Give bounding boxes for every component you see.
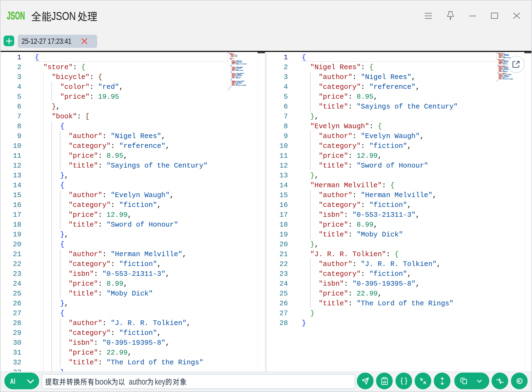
svg-text:author: author xyxy=(129,377,148,386)
svg-text:key: key xyxy=(155,377,165,387)
svg-text:25-12-27 17:23:41: 25-12-27 17:23:41 xyxy=(22,37,71,45)
svg-text:JSON: JSON xyxy=(51,10,76,22)
svg-text:book: book xyxy=(95,377,112,386)
svg-text:JSON: JSON xyxy=(7,11,25,21)
